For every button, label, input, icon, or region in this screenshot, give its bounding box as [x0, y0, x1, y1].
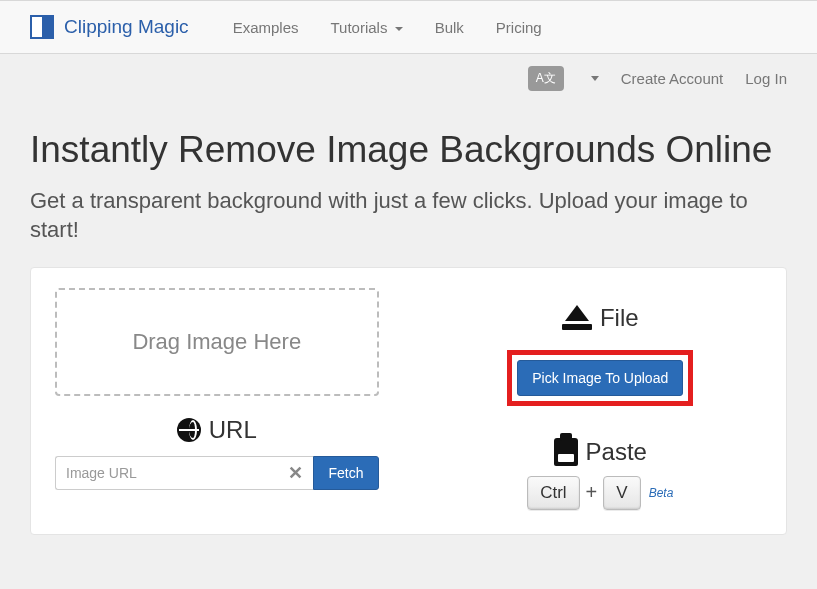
- url-row: ✕ Fetch: [55, 456, 379, 490]
- highlight-box: Pick Image To Upload: [507, 350, 693, 406]
- page-subtitle: Get a transparent background with just a…: [30, 186, 787, 245]
- brand-link[interactable]: Clipping Magic: [64, 16, 189, 38]
- create-account-link[interactable]: Create Account: [621, 70, 724, 87]
- page-title: Instantly Remove Image Backgrounds Onlin…: [30, 129, 787, 172]
- globe-icon: [177, 418, 201, 442]
- url-input[interactable]: [66, 457, 286, 489]
- fetch-button[interactable]: Fetch: [313, 456, 378, 490]
- clipboard-icon: [554, 438, 578, 466]
- beta-label: Beta: [649, 486, 674, 500]
- file-label: File: [600, 304, 639, 332]
- nav-bulk[interactable]: Bulk: [419, 4, 480, 51]
- nav-examples[interactable]: Examples: [217, 4, 315, 51]
- pick-image-button[interactable]: Pick Image To Upload: [517, 360, 683, 396]
- upload-panel: Drag Image Here URL ✕ Fetch File: [30, 267, 787, 535]
- caret-down-icon: [395, 27, 403, 31]
- nav-pricing[interactable]: Pricing: [480, 4, 558, 51]
- logo-icon[interactable]: [30, 15, 54, 39]
- key-ctrl: Ctrl: [527, 476, 579, 510]
- paste-label: Paste: [586, 438, 647, 466]
- url-label: URL: [209, 416, 257, 444]
- drag-label: Drag Image Here: [132, 329, 301, 355]
- caret-down-icon: [591, 76, 599, 81]
- clear-icon[interactable]: ✕: [286, 462, 305, 484]
- col-right: File Pick Image To Upload Paste Ctrl + V…: [439, 288, 763, 510]
- translate-icon: A文: [536, 70, 556, 87]
- paste-section-head: Paste: [554, 438, 647, 466]
- secondary-bar: A文 Create Account Log In: [0, 54, 817, 91]
- paste-keys: Ctrl + V Beta: [527, 476, 673, 510]
- key-plus: +: [586, 481, 598, 504]
- file-section-head: File: [562, 304, 639, 332]
- nav-tutorials-label: Tutorials: [330, 19, 387, 36]
- language-button[interactable]: A文: [528, 66, 564, 91]
- nav-tutorials[interactable]: Tutorials: [314, 4, 418, 51]
- col-left: Drag Image Here URL ✕ Fetch: [55, 288, 379, 510]
- navbar: Clipping Magic Examples Tutorials Bulk P…: [0, 0, 817, 54]
- url-section-head: URL: [177, 416, 257, 444]
- upload-icon: [562, 305, 592, 330]
- key-v: V: [603, 476, 640, 510]
- log-in-link[interactable]: Log In: [745, 70, 787, 87]
- url-input-wrap: ✕: [55, 456, 313, 490]
- main-container: Instantly Remove Image Backgrounds Onlin…: [0, 91, 817, 535]
- drag-drop-zone[interactable]: Drag Image Here: [55, 288, 379, 396]
